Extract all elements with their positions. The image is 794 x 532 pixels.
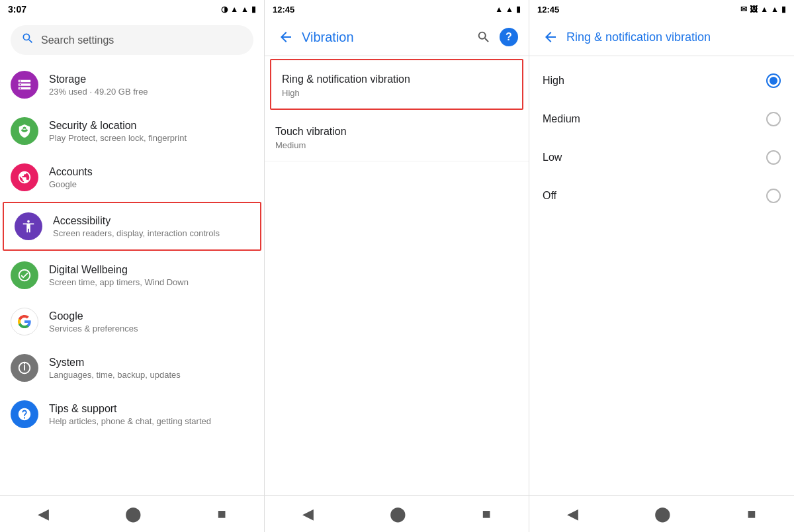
brightness-icon: ◑ <box>221 5 228 14</box>
home-button-3[interactable]: ⬤ <box>654 506 671 523</box>
vibration-search-button[interactable] <box>473 26 494 48</box>
status-time-2: 12:45 <box>273 5 294 15</box>
back-button-3[interactable]: ◀ <box>567 506 578 523</box>
recents-button-3[interactable]: ■ <box>747 506 756 523</box>
radio-off[interactable] <box>766 189 781 203</box>
tips-title: Tips & support <box>49 403 211 415</box>
accessibility-text: Accessibility Screen readers, display, i… <box>53 215 220 238</box>
radio-low[interactable] <box>766 150 781 165</box>
ring-toolbar: Ring & notification vibration <box>529 19 794 56</box>
status-icons-3: ✉ 🖼 ▲ ▲ ▮ <box>740 5 786 14</box>
google-title: Google <box>49 310 138 322</box>
settings-item-security[interactable]: Security & location Play Protect, screen… <box>0 108 264 154</box>
ring-options: High Medium Low Off <box>529 56 794 495</box>
status-bar-settings: 3:07 ◑ ▲ ▲ ▮ <box>0 0 264 19</box>
wifi-icon-1: ▲ <box>230 5 238 14</box>
system-text: System Languages, time, backup, updates <box>49 357 181 380</box>
search-bar-container: Search settings <box>0 19 264 62</box>
settings-item-google[interactable]: Google Services & preferences <box>0 298 264 345</box>
vibration-help-button[interactable]: ? <box>500 28 518 46</box>
battery-icon-3: ▮ <box>781 5 786 14</box>
status-bar-ring: 12:45 ✉ 🖼 ▲ ▲ ▮ <box>529 0 794 19</box>
ring-vibration-subtitle: High <box>282 88 511 98</box>
back-button-1[interactable]: ◀ <box>38 506 49 523</box>
home-button-1[interactable]: ⬤ <box>125 506 142 523</box>
home-button-2[interactable]: ⬤ <box>390 506 406 523</box>
vibration-item-touch[interactable]: Touch vibration Medium <box>265 112 529 161</box>
touch-vibration-subtitle: Medium <box>275 140 518 150</box>
accounts-subtitle: Google <box>49 179 93 189</box>
security-subtitle: Play Protect, screen lock, fingerprint <box>49 133 187 143</box>
vibration-items: Ring & notification vibration High Touch… <box>265 56 529 495</box>
battery-icon-1: ▮ <box>251 5 256 14</box>
wellbeing-text: Digital Wellbeing Screen time, app timer… <box>49 264 189 287</box>
google-icon-circle <box>11 308 38 335</box>
ring-option-off-label: Off <box>543 190 556 202</box>
bottom-nav-2: ◀ ⬤ ■ <box>265 495 529 532</box>
settings-item-wellbeing[interactable]: Digital Wellbeing Screen time, app timer… <box>0 252 264 298</box>
storage-text: Storage 23% used · 49.20 GB free <box>49 73 148 97</box>
security-icon-circle <box>11 117 38 145</box>
vibration-item-ring[interactable]: Ring & notification vibration High <box>270 59 523 110</box>
tips-icon-circle <box>11 400 38 428</box>
ring-option-low[interactable]: Low <box>529 138 794 177</box>
vibration-back-button[interactable] <box>275 26 296 48</box>
status-time-3: 12:45 <box>537 5 559 15</box>
google-text: Google Services & preferences <box>49 310 138 333</box>
photo-icon: 🖼 <box>750 5 758 14</box>
ring-option-medium[interactable]: Medium <box>529 100 794 138</box>
signal-icon-3: ▲ <box>771 5 779 14</box>
touch-vibration-title: Touch vibration <box>275 126 518 138</box>
settings-item-accessibility[interactable]: Accessibility Screen readers, display, i… <box>3 202 261 251</box>
ring-title: Ring & notification vibration <box>566 30 783 44</box>
panel-settings: 3:07 ◑ ▲ ▲ ▮ Search settings Storage <box>0 0 265 532</box>
accounts-icon-circle <box>11 163 38 191</box>
accessibility-icon-circle <box>15 212 42 240</box>
security-text: Security & location Play Protect, screen… <box>49 120 187 143</box>
google-subtitle: Services & preferences <box>49 324 138 333</box>
status-icons-2: ▲ ▲ ▮ <box>495 5 521 14</box>
accessibility-title: Accessibility <box>53 215 220 227</box>
signal-icon-2: ▲ <box>506 5 513 14</box>
tips-subtitle: Help articles, phone & chat, getting sta… <box>49 416 211 426</box>
ring-option-medium-label: Medium <box>543 113 580 125</box>
back-button-2[interactable]: ◀ <box>302 506 314 523</box>
tips-text: Tips & support Help articles, phone & ch… <box>49 403 211 426</box>
storage-title: Storage <box>49 73 148 85</box>
security-title: Security & location <box>49 120 187 132</box>
status-time-1: 3:07 <box>8 4 26 15</box>
settings-item-storage[interactable]: Storage 23% used · 49.20 GB free <box>0 62 264 108</box>
search-bar[interactable]: Search settings <box>11 25 253 55</box>
wifi-icon-2: ▲ <box>495 5 503 14</box>
bottom-nav-1: ◀ ⬤ ■ <box>0 495 264 532</box>
settings-list: Storage 23% used · 49.20 GB free Securit… <box>0 62 264 495</box>
settings-item-accounts[interactable]: Accounts Google <box>0 154 264 200</box>
email-icon: ✉ <box>740 5 747 14</box>
accounts-text: Accounts Google <box>49 166 93 189</box>
status-bar-vibration: 12:45 ▲ ▲ ▮ <box>265 0 529 19</box>
settings-item-system[interactable]: System Languages, time, backup, updates <box>0 345 264 391</box>
vibration-toolbar: Vibration ? <box>265 19 529 56</box>
storage-icon-circle <box>11 71 38 99</box>
signal-icon-1: ▲ <box>241 5 249 14</box>
radio-medium[interactable] <box>766 112 781 126</box>
ring-vibration-title: Ring & notification vibration <box>282 73 511 85</box>
recents-button-2[interactable]: ■ <box>482 506 490 523</box>
ring-option-low-label: Low <box>543 152 562 163</box>
search-bar-label: Search settings <box>41 34 114 46</box>
settings-item-tips[interactable]: Tips & support Help articles, phone & ch… <box>0 391 264 437</box>
system-subtitle: Languages, time, backup, updates <box>49 370 181 380</box>
search-icon <box>21 32 34 48</box>
ring-option-off[interactable]: Off <box>529 177 794 215</box>
status-icons-1: ◑ ▲ ▲ ▮ <box>221 5 256 14</box>
radio-high[interactable] <box>766 73 781 88</box>
system-icon-circle <box>11 354 38 382</box>
ring-option-high[interactable]: High <box>529 62 794 100</box>
accessibility-subtitle: Screen readers, display, interaction con… <box>53 228 220 238</box>
recents-button-1[interactable]: ■ <box>217 506 226 523</box>
ring-back-button[interactable] <box>540 26 561 48</box>
system-title: System <box>49 357 181 369</box>
panel-ring: 12:45 ✉ 🖼 ▲ ▲ ▮ Ring & notification vibr… <box>529 0 794 532</box>
ring-option-high-label: High <box>543 75 564 87</box>
accounts-title: Accounts <box>49 166 93 178</box>
